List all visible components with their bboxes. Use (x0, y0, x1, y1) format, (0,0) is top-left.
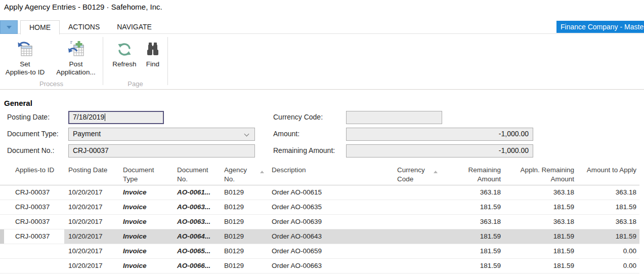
row-selector-cell[interactable] (0, 229, 11, 244)
agency-no-cell[interactable]: B0129 (220, 258, 268, 273)
currency-code-header-label: Currency Code (397, 166, 425, 183)
applies-to-id-cell[interactable]: CRJ-00037 (11, 229, 64, 244)
column-header-applies-to-id[interactable]: Applies-to ID (11, 163, 64, 185)
currency-code-field[interactable] (346, 111, 442, 124)
currency-code-cell[interactable] (393, 200, 441, 214)
agency-no-cell[interactable]: B0129 (220, 244, 268, 258)
find-button[interactable]: Find (141, 41, 165, 68)
row-selector-cell[interactable] (0, 258, 11, 273)
document-no-cell[interactable]: AO-0061... (173, 185, 220, 200)
currency-code-cell[interactable] (393, 229, 441, 244)
column-header-posting-date[interactable]: Posting Date (64, 163, 119, 185)
page-group-label: Page (103, 80, 167, 88)
document-no-cell[interactable]: AO-0065... (173, 244, 220, 258)
page-menu-button[interactable] (0, 20, 18, 34)
agency-no-cell[interactable]: B0129 (220, 185, 268, 200)
posting-date-cell[interactable]: 10/20/2017 (64, 258, 119, 273)
amount-to-apply-cell[interactable]: 0.00 (578, 244, 639, 258)
column-header-currency-code[interactable]: Currency Code (393, 163, 441, 185)
remaining-amount-cell[interactable]: 181.59 (441, 244, 505, 258)
applies-to-id-cell[interactable]: CRJ-00037 (11, 185, 64, 200)
applies-to-id-cell[interactable]: CRJ-00037 (11, 214, 64, 229)
appln-remaining-amount-cell[interactable]: 181.59 (505, 200, 578, 214)
amount-to-apply-cell[interactable]: 363.18 (578, 185, 639, 200)
document-type-cell[interactable]: Invoice (119, 214, 173, 229)
column-header-remaining-amount[interactable]: Remaining Amount (441, 163, 505, 185)
applies-to-id-cell[interactable] (11, 258, 64, 273)
remaining-amount-cell[interactable]: 181.59 (441, 200, 505, 214)
remaining-amount-cell[interactable]: 363.18 (441, 214, 505, 229)
row-selector-cell[interactable] (0, 214, 11, 229)
remaining-amount-label: Remaining Amount: (273, 146, 335, 154)
refresh-button[interactable]: Refresh (108, 41, 141, 68)
appln-remaining-amount-cell[interactable]: 181.59 (505, 258, 578, 273)
posting-date-cell[interactable]: 10/20/2017 (64, 200, 119, 214)
row-selector-cell[interactable] (0, 244, 11, 258)
amount-field[interactable]: -1,000.00 (346, 128, 533, 141)
column-header-document-type[interactable]: Document Type (119, 163, 173, 185)
document-no-cell[interactable]: AO-0063... (173, 200, 220, 214)
document-no-cell[interactable]: AO-0063... (173, 214, 220, 229)
column-header-agency-no[interactable]: Agency No. (220, 163, 268, 185)
row-selector-cell[interactable] (0, 185, 11, 200)
applies-to-id-cell[interactable] (11, 244, 64, 258)
currency-code-cell[interactable] (393, 258, 441, 273)
remaining-amount-cell[interactable]: 181.59 (441, 258, 505, 273)
remaining-amount-field[interactable]: -1,000.00 (346, 144, 533, 158)
table-row[interactable]: 10/20/2017 Invoice AO-0066... B0129 Orde… (0, 258, 639, 273)
amount-to-apply-cell[interactable]: 181.59 (578, 200, 639, 214)
posting-date-field[interactable]: 7/18/2019 (68, 111, 164, 124)
document-no-cell[interactable]: AO-0064... (173, 229, 220, 244)
post-application-button[interactable]: Post Application... (50, 41, 102, 76)
appln-remaining-amount-cell[interactable]: 181.59 (505, 244, 578, 258)
amount-to-apply-cell[interactable]: 0.00 (578, 258, 639, 273)
remaining-amount-cell[interactable]: 363.18 (441, 185, 505, 200)
description-cell[interactable]: Order AO-00643 (268, 229, 393, 244)
document-type-select[interactable]: Payment (68, 128, 255, 141)
document-type-cell[interactable]: Invoice (119, 200, 173, 214)
column-header-amount-to-apply[interactable]: Amount to Apply (578, 163, 639, 185)
table-row-selected[interactable]: CRJ-00037 10/20/2017 Invoice AO-0064... … (0, 229, 639, 244)
set-applies-to-id-button[interactable]: Set Applies-to ID (0, 41, 50, 76)
posting-date-cell[interactable]: 10/20/2017 (64, 244, 119, 258)
document-type-cell[interactable]: Invoice (119, 185, 173, 200)
appln-remaining-amount-cell[interactable]: 363.18 (505, 214, 578, 229)
document-type-cell[interactable]: Invoice (119, 258, 173, 273)
description-cell[interactable]: Order AO-00659 (268, 244, 393, 258)
description-cell[interactable]: Order AO-00635 (268, 200, 393, 214)
agency-no-cell[interactable]: B0129 (220, 200, 268, 214)
tab-navigate[interactable]: NAVIGATE (108, 20, 160, 34)
table-row[interactable]: 10/20/2017 Invoice AO-0065... B0129 Orde… (0, 244, 639, 258)
column-header-document-no[interactable]: Document No. (173, 163, 220, 185)
column-header-appln-remaining-amount[interactable]: Appln. Remaining Amount (505, 163, 578, 185)
amount-to-apply-cell[interactable]: 181.59 (578, 229, 639, 244)
description-cell[interactable]: Order AO-00615 (268, 185, 393, 200)
amount-to-apply-cell[interactable]: 363.18 (578, 214, 639, 229)
posting-date-cell[interactable]: 10/20/2017 (64, 185, 119, 200)
appln-remaining-amount-cell[interactable]: 181.59 (505, 229, 578, 244)
table-row[interactable]: CRJ-00037 10/20/2017 Invoice AO-0063... … (0, 214, 639, 229)
description-cell[interactable]: Order AO-00663 (268, 258, 393, 273)
chevron-down-icon[interactable] (244, 132, 249, 137)
table-row[interactable]: CRJ-00037 10/20/2017 Invoice AO-0063... … (0, 200, 639, 214)
currency-code-cell[interactable] (393, 185, 441, 200)
row-selector-cell[interactable] (0, 200, 11, 214)
document-no-cell[interactable]: AO-0066... (173, 258, 220, 273)
applies-to-id-cell[interactable]: CRJ-00037 (11, 200, 64, 214)
tab-actions[interactable]: ACTIONS (60, 20, 108, 34)
posting-date-cell[interactable]: 10/20/2017 (64, 229, 119, 244)
agency-no-cell[interactable]: B0129 (220, 229, 268, 244)
document-type-cell[interactable]: Invoice (119, 229, 173, 244)
currency-code-cell[interactable] (393, 214, 441, 229)
remaining-amount-cell[interactable]: 181.59 (441, 229, 505, 244)
tab-home[interactable]: HOME (20, 20, 60, 34)
appln-remaining-amount-cell[interactable]: 363.18 (505, 185, 578, 200)
agency-no-cell[interactable]: B0129 (220, 214, 268, 229)
document-type-cell[interactable]: Invoice (119, 244, 173, 258)
table-row[interactable]: CRJ-00037 10/20/2017 Invoice AO-0061... … (0, 185, 639, 200)
document-no-field[interactable]: CRJ-00037 (68, 144, 255, 158)
description-cell[interactable]: Order AO-00639 (268, 214, 393, 229)
column-header-description[interactable]: Description (268, 163, 393, 185)
currency-code-cell[interactable] (393, 244, 441, 258)
posting-date-cell[interactable]: 10/20/2017 (64, 214, 119, 229)
